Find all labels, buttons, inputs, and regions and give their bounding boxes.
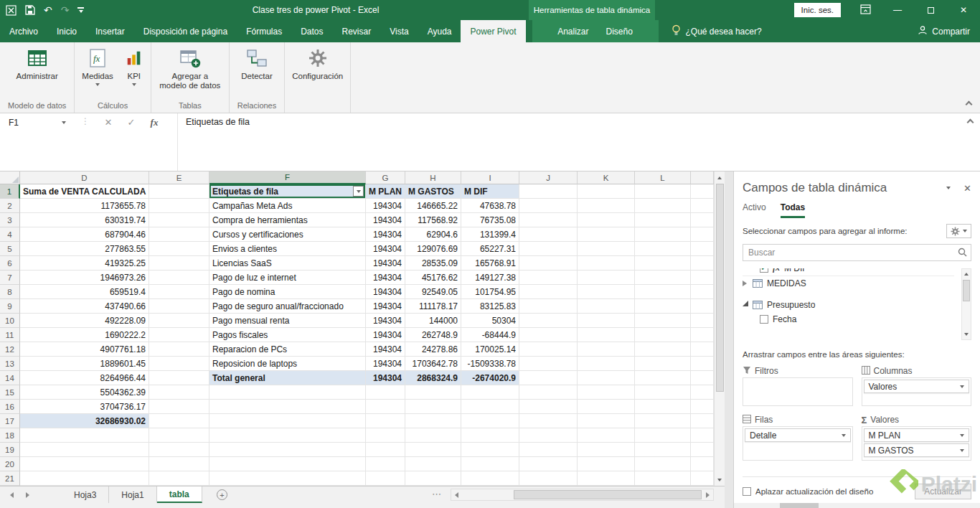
cell-E15[interactable] [149, 385, 209, 400]
cell-L4[interactable] [635, 227, 691, 242]
collapsed-triangle-icon[interactable] [743, 281, 750, 286]
sheet-nav-left-icon[interactable] [10, 492, 14, 498]
row-header-5[interactable]: 5 [0, 242, 20, 256]
cell-F8[interactable]: Pago de nomina [209, 285, 366, 299]
column-header-F[interactable]: F [209, 171, 366, 184]
fields-list-scrollbar[interactable] [961, 268, 971, 340]
scroll-down-icon[interactable] [715, 474, 725, 485]
cell-F15[interactable] [209, 385, 366, 400]
cell-I10[interactable]: 50304 [461, 314, 519, 328]
cell-G17[interactable] [366, 414, 405, 428]
cancel-icon[interactable]: ✕ [99, 113, 118, 131]
cell-L6[interactable] [635, 256, 691, 271]
cell-overflow[interactable] [691, 299, 714, 314]
cell-H10[interactable]: 144000 [405, 314, 461, 328]
share-button[interactable]: Compartir [918, 20, 970, 42]
cell-F13[interactable]: Reposicion de laptops [209, 357, 366, 371]
cell-F3[interactable]: Compra de herramientas [209, 213, 366, 227]
cell-E1[interactable] [149, 184, 209, 199]
cell-I13[interactable]: -1509338.78 [461, 357, 519, 371]
cell-L12[interactable] [635, 342, 691, 357]
cell-F21[interactable] [209, 471, 366, 486]
cell-E19[interactable] [149, 443, 209, 457]
horizontal-scroll-track[interactable] [462, 489, 702, 500]
field-checkbox[interactable] [760, 315, 768, 324]
cell-L1[interactable] [635, 184, 691, 199]
cell-I15[interactable] [461, 385, 519, 400]
cell-D13[interactable]: 1889601.45 [20, 357, 149, 371]
row-header-9[interactable]: 9 [0, 299, 20, 314]
tab-insertar[interactable]: Insertar [86, 20, 134, 42]
cell-D9[interactable]: 437490.66 [20, 299, 149, 314]
cell-G18[interactable] [366, 428, 405, 443]
cell-K9[interactable] [578, 299, 635, 314]
cell-J17[interactable] [519, 414, 578, 428]
column-header-K[interactable]: K [578, 171, 635, 184]
cell-J6[interactable] [519, 256, 578, 271]
scroll-up-icon[interactable] [715, 172, 725, 183]
area-box-filtros[interactable] [743, 377, 853, 406]
cell-E14[interactable] [149, 371, 209, 385]
cell-G2[interactable]: 194304 [366, 199, 405, 213]
tab-analizar[interactable]: Analizar [550, 20, 595, 42]
cell-G21[interactable] [366, 471, 405, 486]
cell-overflow[interactable] [691, 385, 714, 400]
cell-F6[interactable]: Licencias SaaS [209, 256, 366, 271]
cell-H3[interactable]: 117568.92 [405, 213, 461, 227]
cell-H5[interactable]: 129076.69 [405, 242, 461, 256]
customize-quick-access-icon[interactable] [77, 7, 84, 13]
cell-H9[interactable]: 111178.17 [405, 299, 461, 314]
cell-F17[interactable] [209, 414, 366, 428]
cell-E2[interactable] [149, 199, 209, 213]
cell-L15[interactable] [635, 385, 691, 400]
cell-L13[interactable] [635, 357, 691, 371]
cell-I14[interactable]: -2674020.9 [461, 371, 519, 385]
cell-D15[interactable]: 5504362.39 [20, 385, 149, 400]
row-header-16[interactable]: 16 [0, 400, 20, 414]
defer-layout-update[interactable]: Aplazar actualización del diseño [743, 487, 873, 496]
cell-H13[interactable]: 1703642.78 [405, 357, 461, 371]
sheet-tab-hoja3[interactable]: Hoja3 [62, 486, 109, 503]
area-box-valores[interactable]: M PLANM GASTOS [862, 426, 972, 461]
cell-I9[interactable]: 83125.83 [461, 299, 519, 314]
vertical-scrollbar-thumb[interactable] [716, 184, 724, 392]
cell-D21[interactable] [20, 471, 149, 486]
chevron-down-icon[interactable] [62, 121, 66, 124]
cell-E10[interactable] [149, 314, 209, 328]
cell-K10[interactable] [578, 314, 635, 328]
field-chip-m-gastos[interactable]: M GASTOS [864, 443, 970, 457]
cell-G10[interactable]: 194304 [366, 314, 405, 328]
row-header-21[interactable]: 21 [0, 471, 20, 486]
row-header-19[interactable]: 19 [0, 443, 20, 457]
minimize-button[interactable]: — [881, 0, 914, 20]
cell-E13[interactable] [149, 357, 209, 371]
cell-overflow[interactable] [691, 199, 714, 213]
cell-I6[interactable]: 165768.91 [461, 256, 519, 271]
field-chip-detalle[interactable]: Detalle [745, 428, 851, 442]
scroll-right-icon[interactable] [702, 489, 713, 500]
cell-H20[interactable] [405, 457, 461, 471]
cell-D5[interactable]: 277863.55 [20, 242, 149, 256]
field-checkbox[interactable] [760, 268, 768, 273]
cell-F9[interactable]: Pago de seguro anual/fraccionado [209, 299, 366, 314]
cell-G6[interactable]: 194304 [366, 256, 405, 271]
cell-overflow[interactable] [691, 414, 714, 428]
cell-E7[interactable] [149, 271, 209, 285]
cell-I5[interactable]: 65227.31 [461, 242, 519, 256]
column-header-E[interactable]: E [149, 171, 209, 184]
row-header-7[interactable]: 7 [0, 271, 20, 285]
area-box-columnas[interactable]: Valores [862, 377, 972, 406]
cell-E16[interactable] [149, 400, 209, 414]
cell-G8[interactable]: 194304 [366, 285, 405, 299]
cell-I18[interactable] [461, 428, 519, 443]
cell-J18[interactable] [519, 428, 578, 443]
cell-J10[interactable] [519, 314, 578, 328]
field-chip-m-plan[interactable]: M PLAN [864, 428, 970, 442]
cell-I11[interactable]: -68444.9 [461, 328, 519, 342]
cell-D10[interactable]: 492228.09 [20, 314, 149, 328]
cell-D17[interactable]: 32686930.02 [20, 414, 149, 428]
detectar-button[interactable]: Detectar [236, 44, 277, 83]
scroll-up-icon[interactable] [962, 270, 971, 278]
cell-K21[interactable] [578, 471, 635, 486]
pane-tab-activo[interactable]: Activo [743, 202, 766, 218]
